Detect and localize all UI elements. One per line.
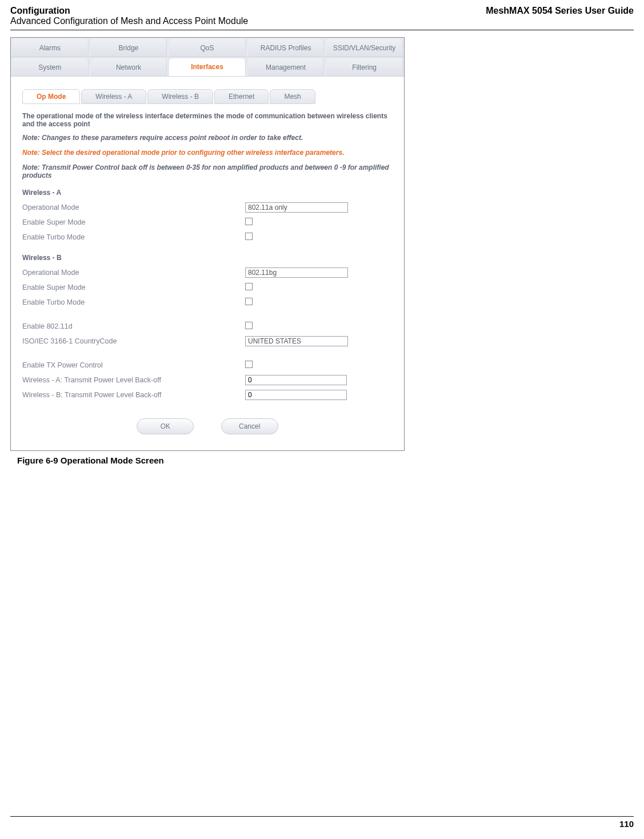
wb-backoff-label: Wireless - B: Transmit Power Level Back-… [22, 391, 245, 399]
subtab-ethernet[interactable]: Ethernet [214, 89, 269, 104]
wb-turbo-label: Enable Turbo Mode [22, 298, 245, 306]
figure-caption: Figure 6-9 Operational Mode Screen [17, 456, 644, 465]
wireless-b-heading: Wireless - B [22, 254, 393, 262]
enable-80211d-checkbox[interactable] [245, 322, 253, 329]
tab-bridge[interactable]: Bridge [91, 39, 167, 57]
wb-backoff-input[interactable] [245, 390, 347, 400]
wa-turbo-checkbox[interactable] [245, 233, 253, 240]
wb-op-mode-label: Operational Mode [22, 269, 245, 277]
wa-super-label: Enable Super Mode [22, 218, 245, 226]
warning-note: Note: Select the desired operational mod… [22, 149, 393, 157]
wa-op-mode-select[interactable]: 802.11a only [245, 202, 348, 213]
country-code-label: ISO/IEC 3166-1 CountryCode [22, 337, 245, 345]
tab-system[interactable]: System [12, 58, 89, 76]
intro-note: The operational mode of the wireless int… [22, 112, 393, 128]
cancel-button[interactable]: Cancel [221, 418, 278, 434]
enable-tx-power-checkbox[interactable] [245, 361, 253, 368]
header-subtitle: Advanced Configuration of Mesh and Acces… [10, 16, 248, 26]
subtab-mesh[interactable]: Mesh [270, 89, 315, 104]
top-tab-row: Alarms Bridge QoS RADIUS Profiles SSID/V… [11, 38, 404, 57]
wa-backoff-label: Wireless - A: Transmit Power Level Back-… [22, 376, 245, 384]
reboot-note: Note: Changes to these parameters requir… [22, 134, 393, 142]
second-tab-row: System Network Interfaces Management Fil… [11, 57, 404, 77]
header-rule [10, 30, 634, 30]
page-footer: 110 [10, 816, 634, 829]
sub-tab-row: Op Mode Wireless - A Wireless - B Ethern… [22, 89, 396, 104]
ok-button[interactable]: OK [137, 418, 194, 434]
wa-turbo-label: Enable Turbo Mode [22, 233, 245, 241]
page-number: 110 [10, 819, 634, 829]
header-guide-name: MeshMAX 5054 Series User Guide [486, 6, 634, 26]
subtab-wireless-a[interactable]: Wireless - A [81, 89, 146, 104]
wa-super-checkbox[interactable] [245, 218, 253, 225]
tab-radius-profiles[interactable]: RADIUS Profiles [248, 39, 325, 57]
wb-turbo-checkbox[interactable] [245, 298, 253, 305]
subtab-op-mode[interactable]: Op Mode [22, 89, 80, 104]
tab-interfaces[interactable]: Interfaces [169, 58, 246, 76]
panel-body: The operational mode of the wireless int… [11, 104, 404, 450]
wb-op-mode-select[interactable]: 802.11bg [245, 267, 348, 278]
country-code-select[interactable]: UNITED STATES [245, 336, 348, 346]
wireless-a-heading: Wireless - A [22, 189, 393, 197]
header-title: Configuration [10, 6, 248, 16]
tab-qos[interactable]: QoS [169, 39, 246, 57]
config-screenshot: Alarms Bridge QoS RADIUS Profiles SSID/V… [10, 37, 405, 451]
wa-backoff-input[interactable] [245, 375, 347, 385]
wb-super-label: Enable Super Mode [22, 283, 245, 291]
tab-management[interactable]: Management [248, 58, 325, 76]
tab-filtering[interactable]: Filtering [326, 58, 403, 76]
page-header: Configuration Advanced Configuration of … [0, 0, 644, 29]
wb-super-checkbox[interactable] [245, 283, 253, 290]
tpc-note: Note: Transmit Power Control back off is… [22, 163, 393, 179]
wa-op-mode-label: Operational Mode [22, 203, 245, 211]
tab-network[interactable]: Network [91, 58, 167, 76]
subtab-wireless-b[interactable]: Wireless - B [147, 89, 213, 104]
tab-alarms[interactable]: Alarms [12, 39, 89, 57]
tab-ssid-vlan-security[interactable]: SSID/VLAN/Security [326, 39, 403, 57]
enable-80211d-label: Enable 802.11d [22, 322, 245, 330]
footer-rule [10, 816, 634, 817]
enable-tx-power-label: Enable TX Power Control [22, 361, 245, 369]
